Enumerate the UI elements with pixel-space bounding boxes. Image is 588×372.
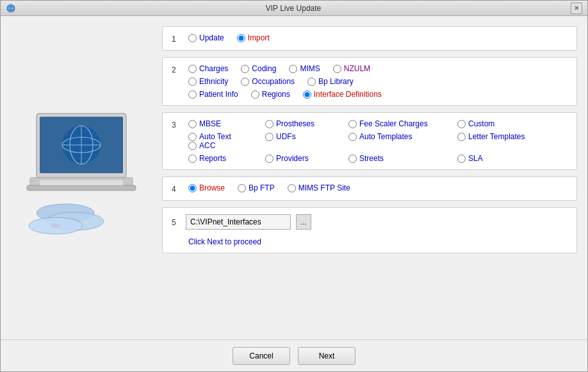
- radio-reports-label: Reports: [199, 154, 226, 163]
- section-3-number: 3: [172, 119, 181, 130]
- radio-interface-definitions-label: Interface Definitions: [314, 90, 382, 99]
- file-browse-button[interactable]: ...: [296, 214, 311, 230]
- radio-mims-ftp[interactable]: MIMS FTP Site: [288, 183, 350, 192]
- radio-acc-input[interactable]: [188, 142, 197, 150]
- laptop-illustration: [17, 107, 145, 248]
- radio-reports-input[interactable]: [188, 155, 197, 163]
- section-4-content: Browse Bp FTP MIMS FTP Site: [188, 183, 568, 192]
- radio-bp-library[interactable]: Bp Library: [307, 77, 354, 86]
- radio-patient-info[interactable]: Patient Info: [188, 90, 238, 99]
- radio-occupations[interactable]: Occupations: [241, 77, 295, 86]
- radio-mbse[interactable]: MBSE: [188, 119, 252, 128]
- radio-occupations-input[interactable]: [241, 78, 249, 86]
- section-4-number: 4: [172, 183, 181, 194]
- radio-interface-definitions[interactable]: Interface Definitions: [303, 90, 382, 99]
- radio-browse[interactable]: Browse: [188, 183, 225, 192]
- radio-providers-label: Providers: [276, 154, 309, 163]
- section-5-number: 5: [172, 217, 181, 227]
- radio-acc[interactable]: ACC: [188, 141, 215, 150]
- window-title: VIP Live Update: [16, 4, 571, 13]
- radio-auto-templates[interactable]: Auto Templates: [348, 132, 445, 141]
- radio-coding-input[interactable]: [241, 65, 249, 73]
- radio-letter-templates-label: Letter Templates: [468, 132, 525, 141]
- content-area: 1 Update Import 2: [1, 16, 587, 339]
- section-3-row-2: Auto Text UDFs Auto Templates Lette: [188, 132, 568, 150]
- path-input[interactable]: [186, 214, 291, 230]
- radio-charges-input[interactable]: [188, 65, 197, 73]
- radio-auto-text-input[interactable]: [188, 133, 197, 141]
- section-1-row: Update Import: [188, 33, 568, 42]
- radio-mbse-input[interactable]: [188, 120, 197, 128]
- radio-bp-library-input[interactable]: [307, 78, 316, 86]
- radio-mims-ftp-label: MIMS FTP Site: [298, 183, 350, 192]
- laptop-svg: [17, 107, 145, 248]
- radio-streets-input[interactable]: [348, 155, 357, 163]
- radio-import[interactable]: Import: [237, 33, 270, 42]
- radio-nzulm-label: NZULM: [344, 64, 370, 73]
- radio-prostheses[interactable]: Prostheses: [265, 119, 336, 128]
- radio-nzulm-input[interactable]: [333, 65, 341, 73]
- radio-ethnicity[interactable]: Ethnicity: [188, 77, 228, 86]
- radio-fee-scaler-label: Fee Scaler Charges: [359, 119, 428, 128]
- section-2-row-3: Patient Info Regions Interface Definitio…: [188, 90, 568, 99]
- radio-update[interactable]: Update: [188, 33, 224, 42]
- radio-streets[interactable]: Streets: [348, 154, 445, 163]
- radio-browse-input[interactable]: [188, 184, 197, 192]
- radio-letter-templates[interactable]: Letter Templates: [457, 132, 541, 141]
- radio-custom[interactable]: Custom: [457, 119, 494, 128]
- radio-reports[interactable]: Reports: [188, 154, 252, 163]
- radio-fee-scaler-input[interactable]: [348, 120, 357, 128]
- radio-charges[interactable]: Charges: [188, 64, 228, 73]
- radio-browse-label: Browse: [199, 183, 225, 192]
- radio-mims-ftp-input[interactable]: [288, 184, 296, 192]
- radio-patient-info-label: Patient Info: [199, 90, 238, 99]
- radio-auto-text[interactable]: Auto Text: [188, 132, 252, 141]
- radio-udfs[interactable]: UDFs: [265, 132, 336, 141]
- right-panel: 1 Update Import 2: [162, 26, 577, 329]
- click-next-hint: Click Next to proceed: [188, 237, 261, 246]
- radio-udfs-input[interactable]: [265, 133, 274, 141]
- radio-bp-ftp[interactable]: Bp FTP: [238, 183, 275, 192]
- radio-sla[interactable]: SLA: [457, 154, 483, 163]
- radio-prostheses-input[interactable]: [265, 120, 274, 128]
- radio-custom-input[interactable]: [457, 120, 466, 128]
- section-3: 3 MBSE Prostheses Fee Scaler: [162, 112, 577, 170]
- section-1: 1 Update Import: [162, 26, 577, 51]
- section-2-number: 2: [172, 64, 181, 74]
- radio-regions-input[interactable]: [251, 90, 259, 99]
- radio-import-input[interactable]: [237, 34, 245, 42]
- app-icon: [6, 3, 16, 13]
- section-4: 4 Browse Bp FTP MIMS FTP Sit: [162, 176, 577, 201]
- radio-mims-label: MIMS: [300, 64, 320, 73]
- radio-udfs-label: UDFs: [276, 132, 296, 141]
- radio-regions-label: Regions: [262, 90, 290, 99]
- radio-letter-templates-input[interactable]: [457, 133, 466, 141]
- radio-update-input[interactable]: [188, 34, 197, 42]
- radio-nzulm[interactable]: NZULM: [333, 64, 370, 73]
- title-bar-left: [6, 3, 16, 13]
- radio-sla-input[interactable]: [457, 155, 466, 163]
- radio-custom-label: Custom: [468, 119, 494, 128]
- section-2-content: Charges Coding MIMS NZULM: [188, 64, 568, 99]
- radio-patient-info-input[interactable]: [188, 90, 197, 99]
- radio-mims[interactable]: MIMS: [289, 64, 320, 73]
- radio-auto-templates-input[interactable]: [348, 133, 357, 141]
- cancel-button[interactable]: Cancel: [233, 347, 290, 365]
- radio-fee-scaler[interactable]: Fee Scaler Charges: [348, 119, 445, 128]
- radio-acc-label: ACC: [199, 141, 215, 150]
- radio-coding[interactable]: Coding: [241, 64, 276, 73]
- radio-interface-definitions-input[interactable]: [303, 90, 311, 99]
- radio-regions[interactable]: Regions: [251, 90, 290, 99]
- close-button[interactable]: ✕: [571, 3, 582, 14]
- svg-rect-11: [27, 185, 136, 190]
- radio-bp-ftp-input[interactable]: [238, 184, 246, 192]
- section-5: 5 ... Click Next to proceed: [162, 207, 577, 253]
- section-1-content: Update Import: [188, 33, 568, 42]
- section-3-row-3: Reports Providers Streets SLA: [188, 154, 568, 163]
- radio-mims-input[interactable]: [289, 65, 297, 73]
- main-window: VIP Live Update ✕: [0, 0, 588, 372]
- radio-providers[interactable]: Providers: [265, 154, 336, 163]
- next-button[interactable]: Next: [298, 347, 355, 365]
- radio-ethnicity-input[interactable]: [188, 78, 197, 86]
- radio-providers-input[interactable]: [265, 155, 274, 163]
